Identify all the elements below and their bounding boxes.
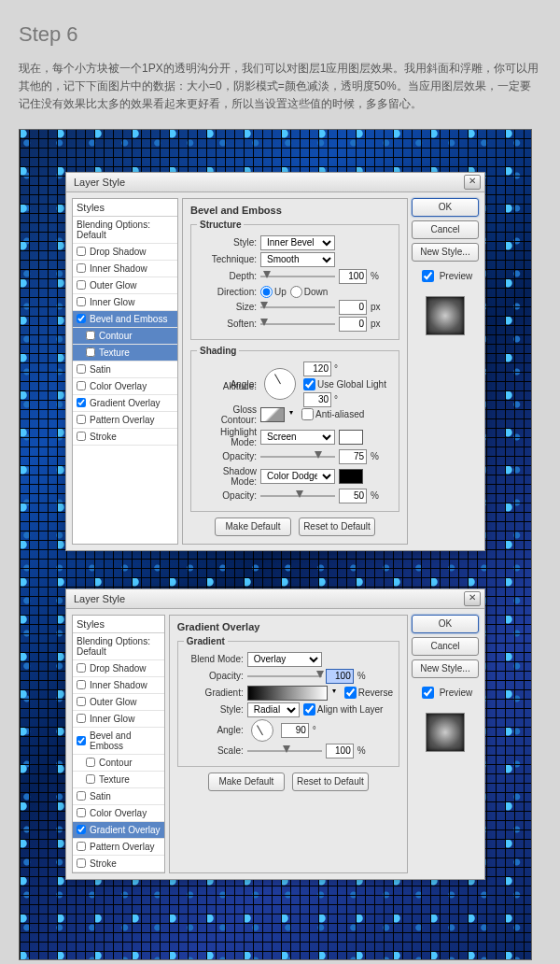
row-inner-shadow[interactable]: Inner Shadow: [73, 677, 164, 694]
styles-list[interactable]: Styles Blending Options: Default Drop Sh…: [72, 198, 178, 545]
row-inner-shadow[interactable]: Inner Shadow: [73, 261, 177, 277]
angle-input[interactable]: [303, 362, 331, 376]
size-slider[interactable]: [260, 304, 335, 311]
row-blending-options[interactable]: Blending Options: Default: [73, 633, 164, 660]
chk-inner-glow[interactable]: [77, 297, 86, 306]
row-inner-glow[interactable]: Inner Glow: [73, 294, 177, 311]
row-contour[interactable]: Contour: [73, 755, 164, 772]
row-stroke[interactable]: Stroke: [73, 856, 164, 872]
chk-color-overlay[interactable]: [77, 808, 86, 817]
close-icon[interactable]: ✕: [464, 591, 481, 606]
preview-checkbox[interactable]: Preview: [418, 267, 473, 285]
use-global-light[interactable]: Use Global Light: [303, 378, 386, 390]
gangle-input[interactable]: [281, 723, 309, 738]
chk-gradient-overlay[interactable]: [77, 825, 86, 834]
size-input[interactable]: [339, 300, 367, 315]
gradient-swatch[interactable]: [247, 686, 328, 701]
row-inner-glow[interactable]: Inner Glow: [73, 711, 164, 728]
titlebar[interactable]: Layer Style ✕: [66, 173, 484, 192]
ok-button[interactable]: OK: [412, 615, 479, 633]
preview-checkbox[interactable]: Preview: [418, 684, 473, 702]
row-drop-shadow[interactable]: Drop Shadow: [73, 660, 164, 677]
row-drop-shadow[interactable]: Drop Shadow: [73, 244, 177, 261]
chk-stroke[interactable]: [77, 432, 86, 441]
depth-slider[interactable]: [260, 273, 335, 280]
chk-pattern-overlay[interactable]: [77, 842, 86, 851]
soften-input[interactable]: [339, 317, 367, 332]
styles-list[interactable]: Styles Blending Options: Default Drop Sh…: [72, 615, 165, 873]
close-icon[interactable]: ✕: [464, 175, 481, 190]
technique-select[interactable]: Smooth: [260, 252, 335, 267]
row-texture[interactable]: Texture: [73, 772, 164, 788]
gloss-contour-swatch[interactable]: [260, 407, 285, 422]
reverse-checkbox[interactable]: Reverse: [344, 687, 393, 699]
chk-inner-glow[interactable]: [77, 714, 86, 723]
make-default-button[interactable]: Make Default: [208, 773, 285, 791]
make-default-button[interactable]: Make Default: [215, 517, 291, 536]
shadow-color-swatch[interactable]: [339, 469, 363, 484]
chk-drop-shadow[interactable]: [77, 663, 86, 673]
style-select[interactable]: Inner Bevel: [260, 235, 335, 250]
row-texture[interactable]: Texture: [73, 345, 177, 362]
align-checkbox[interactable]: Align with Layer: [303, 703, 384, 716]
chk-texture[interactable]: [86, 774, 95, 784]
reset-default-button[interactable]: Reset to Default: [299, 517, 375, 536]
chk-inner-shadow[interactable]: [77, 263, 86, 273]
chk-satin[interactable]: [77, 364, 86, 374]
chk-satin[interactable]: [77, 791, 86, 801]
gangle-dial[interactable]: [251, 719, 273, 742]
hl-opacity-input[interactable]: [339, 449, 367, 464]
row-satin[interactable]: Satin: [73, 788, 164, 805]
soften-slider[interactable]: [260, 320, 335, 328]
titlebar[interactable]: Layer Style ✕: [66, 589, 484, 609]
hl-opacity-slider[interactable]: [260, 453, 335, 461]
new-style-button[interactable]: New Style...: [412, 243, 479, 262]
cancel-button[interactable]: Cancel: [412, 637, 479, 656]
shadow-select[interactable]: Color Dodge: [260, 469, 335, 484]
row-bevel-emboss[interactable]: Bevel and Emboss: [73, 728, 164, 755]
row-outer-glow[interactable]: Outer Glow: [73, 694, 164, 711]
opacity-input[interactable]: [326, 669, 354, 684]
row-gradient-overlay[interactable]: Gradient Overlay: [73, 822, 164, 839]
depth-input[interactable]: [339, 269, 367, 284]
chk-outer-glow[interactable]: [77, 697, 86, 706]
row-contour[interactable]: Contour: [73, 328, 177, 345]
chk-gradient-overlay[interactable]: [77, 398, 86, 407]
chk-inner-shadow[interactable]: [77, 680, 86, 689]
anti-aliased[interactable]: Anti-aliased: [301, 408, 364, 420]
angle-dial[interactable]: [264, 368, 296, 400]
row-stroke[interactable]: Stroke: [73, 429, 177, 446]
direction-up[interactable]: Up: [260, 286, 287, 298]
row-bevel-emboss[interactable]: Bevel and Emboss: [73, 311, 177, 328]
chk-pattern-overlay[interactable]: [77, 415, 86, 424]
highlight-color-swatch[interactable]: [339, 430, 363, 445]
blend-select[interactable]: Overlay: [247, 652, 322, 667]
ok-button[interactable]: OK: [412, 198, 479, 217]
row-gradient-overlay[interactable]: Gradient Overlay: [73, 395, 177, 412]
chk-texture[interactable]: [86, 347, 95, 357]
chk-bevel[interactable]: [77, 314, 86, 323]
chk-color-overlay[interactable]: [77, 381, 86, 390]
row-pattern-overlay[interactable]: Pattern Overlay: [73, 412, 177, 429]
gstyle-select[interactable]: Radial: [247, 702, 300, 717]
row-outer-glow[interactable]: Outer Glow: [73, 277, 177, 294]
chk-outer-glow[interactable]: [77, 280, 86, 290]
highlight-select[interactable]: Screen: [260, 430, 335, 445]
scale-slider[interactable]: [247, 747, 322, 755]
chk-contour[interactable]: [86, 331, 95, 340]
row-satin[interactable]: Satin: [73, 362, 177, 378]
chk-bevel[interactable]: [77, 736, 86, 745]
sh-opacity-slider[interactable]: [260, 492, 335, 500]
scale-input[interactable]: [326, 744, 354, 758]
chk-stroke[interactable]: [77, 858, 86, 868]
direction-down[interactable]: Down: [290, 286, 329, 298]
cancel-button[interactable]: Cancel: [412, 220, 479, 239]
chk-drop-shadow[interactable]: [77, 247, 86, 256]
row-color-overlay[interactable]: Color Overlay: [73, 805, 164, 822]
reset-default-button[interactable]: Reset to Default: [292, 773, 369, 791]
chk-contour[interactable]: [86, 758, 95, 767]
row-color-overlay[interactable]: Color Overlay: [73, 378, 177, 395]
row-pattern-overlay[interactable]: Pattern Overlay: [73, 839, 164, 856]
opacity-slider[interactable]: [247, 673, 322, 680]
sh-opacity-input[interactable]: [339, 489, 367, 503]
